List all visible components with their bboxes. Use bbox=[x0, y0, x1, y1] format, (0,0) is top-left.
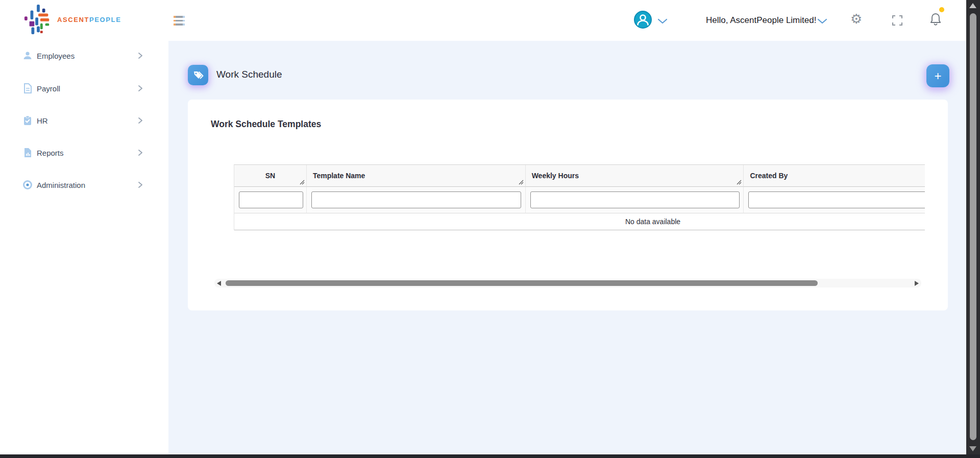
empty-state-row: No data available bbox=[234, 213, 925, 230]
notifications-bell-icon[interactable] bbox=[929, 12, 942, 27]
scroll-up-arrow-icon[interactable] bbox=[969, 3, 976, 8]
work-schedule-templates-card: Work Schedule Templates SN Template Name bbox=[188, 100, 948, 310]
column-resize-handle-icon[interactable] bbox=[300, 180, 305, 185]
add-template-button[interactable]: + bbox=[926, 64, 949, 87]
page-title: Work Schedule bbox=[216, 69, 282, 80]
sidebar-item-label: Payroll bbox=[37, 84, 60, 93]
sidebar-item-label: Reports bbox=[37, 149, 64, 157]
table-horizontal-scrollbar[interactable] bbox=[214, 279, 921, 287]
sidebar-item-administration[interactable]: Administration bbox=[0, 174, 168, 196]
column-header-created-by[interactable]: Created By bbox=[744, 165, 925, 187]
sidebar-item-employees[interactable]: Employees bbox=[0, 44, 168, 67]
app-root: Hello, AscentPeople Limited! ⚙ bbox=[0, 0, 980, 458]
chevron-right-icon bbox=[138, 149, 143, 156]
card-heading: Work Schedule Templates bbox=[211, 119, 321, 130]
greeting-chevron-down-icon[interactable] bbox=[817, 17, 827, 23]
notification-badge bbox=[939, 7, 944, 12]
clipboard-check-icon bbox=[22, 115, 33, 126]
sidebar-item-label: HR bbox=[37, 116, 48, 125]
scroll-left-arrow-icon[interactable] bbox=[217, 281, 221, 286]
sidebar: ASCENTPEOPLE Employees Payroll bbox=[0, 0, 168, 454]
templates-table: SN Template Name Weekly Hours bbox=[234, 164, 925, 231]
tags-icon bbox=[192, 69, 204, 81]
sidebar-item-label: Administration bbox=[37, 181, 85, 189]
document-icon bbox=[22, 83, 33, 93]
chevron-right-icon bbox=[138, 181, 143, 188]
empty-state-text: No data available bbox=[625, 218, 680, 226]
table-filter-row bbox=[234, 187, 925, 213]
column-resize-handle-icon[interactable] bbox=[519, 180, 524, 185]
fullscreen-icon[interactable] bbox=[892, 15, 902, 26]
scroll-down-arrow-icon[interactable] bbox=[969, 446, 976, 451]
brand-logo[interactable]: ASCENTPEOPLE bbox=[23, 3, 136, 36]
sidebar-item-reports[interactable]: Reports bbox=[0, 141, 168, 164]
vertical-scrollbar-thumb[interactable] bbox=[970, 13, 976, 440]
greeting-text[interactable]: Hello, AscentPeople Limited! bbox=[706, 15, 816, 26]
filter-template-name-input[interactable] bbox=[311, 191, 521, 208]
scroll-right-arrow-icon[interactable] bbox=[915, 281, 919, 286]
column-header-template-name[interactable]: Template Name bbox=[307, 165, 526, 187]
user-avatar-icon[interactable] bbox=[634, 11, 652, 29]
page-tag-button[interactable] bbox=[188, 65, 208, 85]
filter-created-by-input[interactable] bbox=[748, 191, 925, 208]
horizontal-scrollbar-thumb[interactable] bbox=[226, 280, 818, 286]
filter-sn-input[interactable] bbox=[239, 191, 303, 208]
hamburger-icon bbox=[174, 16, 185, 18]
chevron-right-icon bbox=[138, 85, 143, 92]
sidebar-item-hr[interactable]: HR bbox=[0, 109, 168, 132]
brand-logo-icon bbox=[23, 4, 53, 35]
browser-vertical-scrollbar[interactable] bbox=[966, 0, 980, 458]
sidebar-item-payroll[interactable]: Payroll bbox=[0, 77, 168, 100]
chevron-right-icon bbox=[138, 52, 143, 59]
brand-logo-text: ASCENTPEOPLE bbox=[57, 16, 121, 23]
browser-horizontal-scrollbar[interactable] bbox=[0, 454, 980, 458]
target-icon bbox=[22, 180, 33, 190]
column-header-sn[interactable]: SN bbox=[234, 165, 307, 187]
settings-gear-icon[interactable]: ⚙ bbox=[850, 12, 862, 26]
avatar-chevron-down-icon[interactable] bbox=[657, 17, 668, 23]
file-chart-icon bbox=[22, 148, 33, 158]
user-icon bbox=[22, 51, 33, 61]
filter-weekly-hours-input[interactable] bbox=[530, 191, 740, 208]
column-header-weekly-hours[interactable]: Weekly Hours bbox=[526, 165, 744, 187]
sidebar-toggle-button[interactable] bbox=[174, 16, 185, 26]
table-header-row: SN Template Name Weekly Hours bbox=[234, 165, 925, 187]
sidebar-item-label: Employees bbox=[37, 52, 75, 60]
column-resize-handle-icon[interactable] bbox=[737, 180, 742, 185]
chevron-right-icon bbox=[138, 117, 143, 124]
